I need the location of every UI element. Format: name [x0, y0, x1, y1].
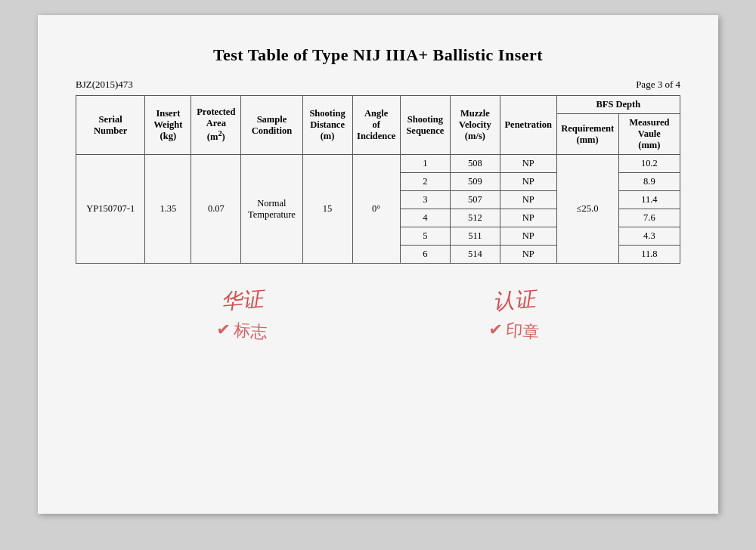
cell-bfs: 7.6: [618, 209, 680, 227]
cell-velocity: 512: [450, 209, 500, 227]
cell-velocity: 508: [450, 155, 500, 173]
cell-bfs: 10.2: [618, 155, 680, 173]
cell-shooting-distance: 15: [302, 155, 352, 264]
bottom-stamps: 华证 ✔ 标志 认证 ✔ 印章: [76, 286, 680, 342]
cell-angle: 0°: [352, 155, 400, 264]
th-shooting-sequence: ShootingSequence: [400, 96, 450, 155]
cell-penetration: NP: [500, 191, 556, 209]
cell-penetration: NP: [500, 155, 556, 173]
cell-penetration: NP: [500, 246, 556, 264]
stamp-right-icon: 认证: [491, 285, 536, 317]
stamp-right: 认证 ✔ 印章: [488, 286, 540, 342]
cell-bfs: 11.4: [618, 191, 680, 209]
cell-bfs: 8.9: [618, 173, 680, 191]
th-penetration: Penetration: [500, 96, 556, 155]
th-requirement: Requirement(mm): [556, 114, 618, 155]
stamp-left-icon: 华证: [219, 285, 264, 317]
cell-velocity: 507: [450, 191, 500, 209]
meta-row: BJZ(2015)473 Page 3 of 4: [76, 79, 680, 91]
cell-bfs: 4.3: [618, 227, 680, 246]
th-serial-number: SerialNumber: [76, 96, 145, 155]
cell-penetration: NP: [500, 209, 556, 227]
th-protected-area: ProtectedArea(m2): [191, 96, 241, 155]
th-angle: AngleofIncidence: [352, 96, 400, 155]
cell-sample-condition: NormalTemperature: [241, 155, 302, 264]
cell-sequence: 2: [400, 173, 450, 191]
cell-velocity: 514: [450, 246, 500, 264]
cell-insert-weight: 1.35: [145, 155, 191, 264]
th-sample-condition: SampleCondition: [241, 96, 302, 155]
th-muzzle-velocity: MuzzleVelocity(m/s): [450, 96, 500, 155]
cell-velocity: 511: [450, 227, 500, 246]
cell-penetration: NP: [500, 173, 556, 191]
page-title: Test Table of Type NIJ IIIA+ Ballistic I…: [76, 45, 680, 65]
cell-requirement: ≤25.0: [556, 155, 618, 264]
cell-sequence: 5: [400, 227, 450, 246]
doc-number: BJZ(2015)473: [76, 79, 133, 91]
th-shooting-distance: ShootingDistance(m): [302, 96, 352, 155]
th-measured-value: MeasuredVaule(mm): [618, 114, 680, 155]
th-bfs-depth: BFS Depth: [556, 96, 680, 114]
page-info: Page 3 of 4: [636, 79, 680, 91]
header-row-1: SerialNumber InsertWeight(kg) ProtectedA…: [76, 96, 680, 114]
th-insert-weight: InsertWeight(kg): [145, 96, 191, 155]
cell-bfs: 11.8: [618, 246, 680, 264]
cell-sequence: 6: [400, 246, 450, 264]
stamp-left-mark: ✔ 标志: [216, 318, 268, 343]
table-row: YP150707-11.350.07NormalTemperature150°1…: [76, 155, 680, 173]
cell-sequence: 4: [400, 209, 450, 227]
page: Test Table of Type NIJ IIIA+ Ballistic I…: [38, 15, 718, 514]
cell-serial-number: YP150707-1: [76, 155, 145, 264]
cell-penetration: NP: [500, 227, 556, 246]
cell-sequence: 1: [400, 155, 450, 173]
stamp-left: 华证 ✔ 标志: [216, 286, 268, 342]
cell-sequence: 3: [400, 191, 450, 209]
test-table: SerialNumber InsertWeight(kg) ProtectedA…: [76, 95, 680, 264]
stamp-right-mark: ✔ 印章: [488, 318, 541, 343]
cell-velocity: 509: [450, 173, 500, 191]
cell-protected-area: 0.07: [191, 155, 241, 264]
